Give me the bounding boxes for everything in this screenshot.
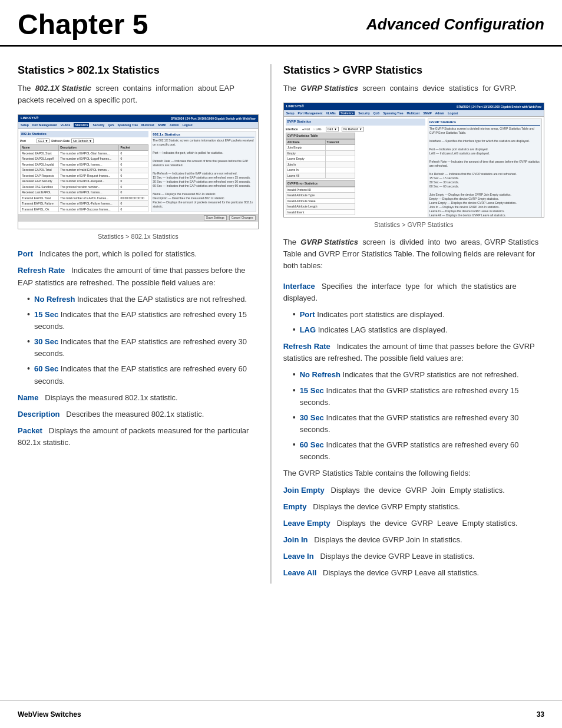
- help-title-802: 802.1x Statistics: [153, 133, 254, 138]
- help-text-802: The 802.1X Statistic screen contains inf…: [153, 139, 254, 209]
- field-name-port: Port: [18, 249, 33, 258]
- cell: 0: [119, 150, 148, 156]
- field-join-empty: Join Empty Displays the device GVRP Join…: [283, 485, 544, 496]
- cell: [325, 173, 355, 179]
- cell: Transmit EAPOL Total: [21, 195, 59, 201]
- cancel-changes-btn[interactable]: Cancel Changes: [229, 215, 256, 220]
- refresh-select-gvrp[interactable]: No Refresh ▼: [342, 127, 364, 132]
- table-row: Transmit EAPOL, OkThe number of EAP-Succ…: [21, 206, 148, 212]
- save-settings-btn[interactable]: Save Settings: [204, 215, 227, 220]
- cell: The number of EAPOL-Request...: [59, 179, 119, 185]
- bullet-30sec: 30 Sec Indicates that the EAP statistics…: [27, 336, 259, 360]
- section-title-header: Advanced Configuration: [366, 11, 544, 34]
- field-gvrp-refresh: Refresh Rate Indicates the amount of tim…: [283, 341, 544, 364]
- help-title-gvrp: GVRP Statistics: [429, 120, 540, 126]
- table-row: Received Last EAPOLThe number of EAPOL f…: [21, 190, 148, 196]
- gnav-spanning[interactable]: Spanning Tree: [383, 111, 403, 116]
- nav-spanning[interactable]: Spanning Tree: [118, 123, 138, 127]
- gnav-stats[interactable]: Statistics: [339, 111, 355, 116]
- gnav-admin[interactable]: Admin: [435, 111, 445, 116]
- nav-port[interactable]: Port Management: [32, 123, 57, 127]
- table-row: Leave Empty: [286, 156, 355, 162]
- nav-multicast[interactable]: Multicast: [141, 123, 154, 127]
- table-row: Join In: [286, 162, 355, 167]
- col-name: Name: [21, 145, 59, 151]
- cell: Leave In: [286, 167, 325, 173]
- mock-header-info-802: SRW2024 | 24-Port 10/100/1000 Gigabit Sw…: [171, 117, 256, 121]
- bullet-label-no-refresh: No Refresh: [34, 295, 75, 304]
- cell: 0: [119, 201, 148, 207]
- refresh-select-mock[interactable]: No Refresh ▼: [71, 139, 94, 144]
- cell: 0: [119, 156, 148, 162]
- nav-setup[interactable]: Setup: [21, 123, 29, 127]
- lag-radio[interactable]: ○ LAG: [313, 127, 321, 131]
- port-select-gvrp[interactable]: GE1 ▼: [326, 127, 339, 132]
- gnav-port[interactable]: Port Management: [298, 111, 323, 116]
- cell: Received EAP Security: [21, 179, 59, 185]
- table-row: Received EAPOL LogoffThe number of EAPOL…: [21, 156, 148, 162]
- nav-snmp[interactable]: SNMP: [158, 123, 166, 127]
- interface-bullets: Port Indicates port statistics are displ…: [293, 309, 544, 336]
- bullet-no-refresh: No Refresh Indicates that the EAP statis…: [27, 294, 259, 305]
- clear-all-counters-btn[interactable]: Clear All Counters: [306, 217, 335, 218]
- bullet-label-15sec: 15 Sec: [34, 310, 58, 319]
- linksys-logo-802: LINKSYS®: [21, 116, 38, 121]
- caption-802: Statistics > 802.1x Statistics: [18, 233, 259, 240]
- gvrp-refresh-bullets: No Refresh Indicates that the GVRP stati…: [293, 369, 544, 463]
- gvrp-label-30sec: 30 Sec: [300, 413, 324, 422]
- page-footer: WebView Switches 33: [0, 700, 562, 728]
- table-row: Invalid Attribute Length: [286, 204, 355, 210]
- port-form-row: Port GE1 ▼ Refresh Rate No Refresh ▼: [20, 139, 148, 144]
- gnav-setup[interactable]: Setup: [286, 111, 295, 116]
- nav-stats[interactable]: Statistics: [74, 123, 89, 127]
- cell: [325, 167, 355, 173]
- cell: [325, 150, 355, 156]
- mock-header-gvrp: LINKSYS® SRW2024 | 24-Port 10/100/1000 G…: [284, 103, 544, 110]
- field-name-interface: Interface: [283, 282, 315, 291]
- chapter-title: Chapter 5: [18, 11, 148, 39]
- footer-page-number: 33: [537, 710, 544, 719]
- gnav-logout[interactable]: Logout: [448, 111, 458, 116]
- nav-qos[interactable]: QoS: [108, 123, 114, 127]
- right-intro-italic: GVRP Statistics: [300, 84, 358, 93]
- cell: Transmit EAPOL Failure: [21, 201, 59, 207]
- gvrp-intro2: The GVRP Statistics screen is divided in…: [283, 236, 544, 272]
- field-name-join-empty: Join Empty: [283, 486, 325, 495]
- cell: 0: [119, 179, 148, 185]
- mock-left-802: 802.1x Statistics Port GE1 ▼ Refresh Rat…: [20, 131, 148, 213]
- cell: Invalid Attribute Type: [286, 193, 355, 199]
- linksys-logo-gvrp: LINKSYS®: [286, 104, 304, 109]
- table-row: Received EAP SecurityThe number of EAPOL…: [21, 179, 148, 185]
- cell: The number of EAPOL-Start frames...: [59, 150, 119, 156]
- left-intro: The 802.1X Statistic screen contains inf…: [18, 83, 259, 106]
- gnav-vlan[interactable]: VLANs: [326, 111, 335, 116]
- cell: [325, 162, 355, 167]
- gnav-qos[interactable]: QoS: [373, 111, 379, 116]
- content-area: Statistics > 802.1x Statistics The 802.1…: [0, 47, 562, 584]
- table-row: Invalid Protocol ID: [286, 187, 355, 193]
- nav-vlan[interactable]: VLANs: [61, 123, 70, 127]
- cell: Leave All: [286, 173, 325, 179]
- cell: Join Empty: [286, 145, 325, 151]
- gvrp-error-title: GVRP Error Statistics: [286, 180, 356, 187]
- nav-security[interactable]: Security: [92, 123, 104, 127]
- field-name-empty: Empty: [283, 502, 307, 511]
- table-row: Empty: [286, 150, 355, 156]
- nav-logout[interactable]: Logout: [183, 123, 193, 127]
- gnav-multicast[interactable]: Multicast: [407, 111, 420, 116]
- table-row: Transmit EAPOL TotalThe total number of …: [21, 195, 148, 201]
- port-radio[interactable]: ● Port: [302, 127, 310, 131]
- gnav-security[interactable]: Security: [358, 111, 370, 116]
- field-name-leave-all: Leave All: [283, 568, 317, 577]
- cell: 0: [119, 167, 148, 173]
- field-label-description: Description: [18, 410, 60, 419]
- cell: The total number of EAPOL frames...: [59, 195, 119, 201]
- mock-body-gvrp: GVRP Statistics Interface ● Port ○ LAG G…: [284, 117, 544, 218]
- nav-admin[interactable]: Admin: [170, 123, 179, 127]
- port-select-mock[interactable]: GE1 ▼: [37, 139, 49, 144]
- gnav-snmp[interactable]: SNMP: [423, 111, 431, 116]
- col-packet: Packet: [119, 145, 148, 151]
- col: Transmit: [325, 139, 355, 145]
- mock-nav-802: Setup Port Management VLANs Statistics S…: [18, 122, 258, 129]
- cell: Invalid Event: [286, 209, 355, 215]
